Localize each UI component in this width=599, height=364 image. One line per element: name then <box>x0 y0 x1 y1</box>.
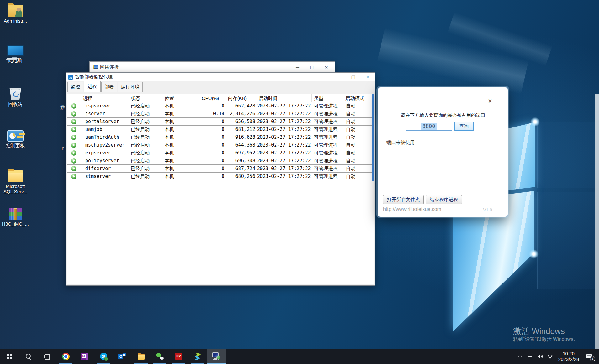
table-row[interactable]: eipserver已经启动本机0697,9522023-02-27 17:27:… <box>67 149 374 157</box>
maximize-button[interactable]: □ <box>305 63 319 71</box>
cell-process: ispserver <box>80 102 128 110</box>
desktop-icon-recycle-bin[interactable]: 回收站 <box>2 86 29 107</box>
query-result-box[interactable]: 端口未被使用 <box>383 137 496 190</box>
network-window-titlebar[interactable]: 网络连接 — □ × <box>90 62 335 72</box>
cell-icon <box>67 149 80 157</box>
tab-进程[interactable]: 进程 <box>84 81 101 92</box>
taskbar-start-button[interactable] <box>0 349 19 364</box>
cell-location: 本机 <box>162 102 199 110</box>
minimize-button[interactable]: — <box>290 63 305 71</box>
speaker-icon[interactable] <box>535 349 545 364</box>
cell-memory: 916,628 <box>225 133 256 141</box>
cell-type: 可管理进程 <box>312 126 343 133</box>
cell-start_mode: 自动 <box>343 141 374 149</box>
table-row[interactable]: ispserver已经启动本机0662,4282023-02-27 17:27:… <box>67 102 374 110</box>
table-row[interactable]: jserver已经启动本机0.142,314,2762023-02-27 17:… <box>67 110 374 118</box>
taskbar-task-view-button[interactable] <box>38 349 56 364</box>
table-row[interactable]: portalserver已经启动本机0656,5082023-02-27 17:… <box>67 118 374 126</box>
maximize-button[interactable]: □ <box>346 73 360 81</box>
taskbar-agent-button[interactable] <box>207 349 226 364</box>
taskbar-onenote-button[interactable] <box>75 349 94 364</box>
tab-运行环境[interactable]: 运行环境 <box>118 82 143 92</box>
desktop-icon-folder[interactable]: Microsoft SQL Serv... <box>2 169 29 194</box>
dialog-close-button[interactable]: X <box>488 99 492 104</box>
desktop-icon-label: Microsoft SQL Serv... <box>2 184 29 194</box>
agent-icon <box>212 352 221 360</box>
taskbar-search-button[interactable] <box>19 349 38 364</box>
process-running-icon <box>71 127 76 132</box>
process-table-header: 进程状态位置CPU(%)内存(KB)启动时间类型启动模式 <box>67 94 374 102</box>
table-row[interactable]: difserver已经启动本机0687,7242023-02-27 17:27:… <box>67 165 374 173</box>
agent-window-titlebar[interactable]: 智能部署监控代理 — □ × <box>66 73 375 81</box>
onenote-icon <box>81 353 88 360</box>
desktop-icon-winrar[interactable]: H3C_iMC_... <box>2 208 29 226</box>
tab-部署[interactable]: 部署 <box>101 82 117 92</box>
tray-chevron-icon[interactable] <box>515 349 525 364</box>
taskbar-deploy-button[interactable] <box>188 349 207 364</box>
port-input-value: 8800 <box>421 123 437 130</box>
taskbar-outlook-button[interactable] <box>113 349 132 364</box>
open-folder-button[interactable]: 打开所在文件夹 <box>383 195 424 204</box>
cell-status: 已经启动 <box>128 173 162 180</box>
port-input[interactable]: 8800 <box>406 122 452 131</box>
cell-status: 已经启动 <box>128 157 162 165</box>
clock-date: 2023/2/28 <box>555 356 582 362</box>
column-header[interactable]: 进程 <box>80 94 128 102</box>
column-header[interactable]: 启动时间 <box>256 94 312 102</box>
column-header[interactable] <box>67 94 80 102</box>
table-row[interactable]: mschapv2server已经启动本机0644,3682023-02-27 1… <box>67 141 374 149</box>
imc-agent-icon <box>68 75 73 80</box>
cell-icon <box>67 102 80 110</box>
agent-window-title: 智能部署监控代理 <box>75 74 113 80</box>
cell-status: 已经启动 <box>128 102 162 110</box>
cell-start_mode: 自动 <box>343 118 374 126</box>
table-row[interactable]: uamThirdAuth已经启动本机0916,6282023-02-27 17:… <box>67 133 374 141</box>
battery-icon[interactable] <box>525 349 535 364</box>
column-header[interactable]: 内存(KB) <box>225 94 256 102</box>
start-icon <box>7 354 12 359</box>
table-row[interactable]: policyserver已经启动本机0696,3082023-02-27 17:… <box>67 157 374 165</box>
minimize-button[interactable]: — <box>332 73 346 81</box>
cell-cpu: 0 <box>199 133 225 141</box>
query-button[interactable]: 查询 <box>454 122 474 131</box>
desktop-icon-control-panel[interactable]: 控制面板 <box>2 128 29 148</box>
column-header[interactable]: CPU(%) <box>199 94 225 102</box>
taskbar-filezilla-button[interactable] <box>169 349 188 364</box>
close-button[interactable]: × <box>319 63 334 71</box>
cell-icon <box>67 133 80 141</box>
cell-memory: 656,508 <box>225 118 256 126</box>
column-header[interactable]: 状态 <box>128 94 162 102</box>
desktop-icon-this-pc[interactable]: 此电脑 <box>2 44 29 63</box>
taskbar-chrome-button[interactable] <box>56 349 75 364</box>
wifi-icon[interactable] <box>545 349 555 364</box>
column-header[interactable]: 启动模式 <box>343 94 374 102</box>
cell-memory: 681,212 <box>225 126 256 133</box>
close-button[interactable]: × <box>360 73 375 81</box>
cell-status: 已经启动 <box>128 118 162 126</box>
taskbar-explorer-button[interactable] <box>132 349 150 364</box>
outlook-icon <box>118 353 126 360</box>
cell-status: 已经启动 <box>128 165 162 173</box>
column-header[interactable]: 位置 <box>162 94 199 102</box>
cell-process: jserver <box>80 110 128 118</box>
cell-start_mode: 自动 <box>343 126 374 133</box>
cell-memory: 2,314,276 <box>225 110 256 118</box>
taskbar-clock[interactable]: 10:20 2023/2/28 <box>555 351 582 362</box>
cell-start_mode: 自动 <box>343 157 374 165</box>
cell-cpu: 0 <box>199 126 225 133</box>
desktop-icon-user-folder[interactable]: Administr... <box>2 4 29 23</box>
cell-icon <box>67 126 80 133</box>
action-center-button[interactable]: 2 <box>582 349 596 364</box>
cell-process: mschapv2server <box>80 141 128 149</box>
table-row[interactable]: uamjob已经启动本机0681,2122023-02-27 17:27:22可… <box>67 126 374 133</box>
end-process-button[interactable]: 结束程序进程 <box>426 195 462 204</box>
column-header[interactable]: 类型 <box>312 94 343 102</box>
tab-监控[interactable]: 监控 <box>67 82 83 92</box>
dialog-prompt: 请在下方输入要查询的是否被占用的端口 <box>378 112 508 118</box>
cell-icon <box>67 165 80 173</box>
table-row[interactable]: stmserver已经启动本机0680,2562023-02-27 17:27:… <box>67 173 374 180</box>
taskbar-wechat-button[interactable] <box>150 349 169 364</box>
cell-cpu: 0 <box>199 157 225 165</box>
search-icon <box>25 353 31 360</box>
taskbar-skype-button[interactable] <box>94 349 113 364</box>
